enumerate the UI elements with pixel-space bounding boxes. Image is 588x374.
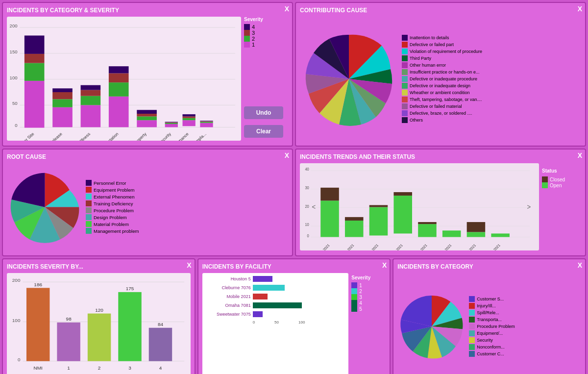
panel-title-facility: INCIDENTS BY FACILITY [202,263,386,270]
svg-rect-82 [491,233,510,237]
legend-def-material: Defective or failed material [402,103,482,109]
facility-mobile: Mobile 2021 [206,294,345,299]
close-btn-incidents-category[interactable]: X [285,5,289,13]
trends-content: 40 30 20 10 0 < > [300,163,581,250]
legend-training: Training Deficiency [86,200,139,206]
legend-color-external [86,194,92,199]
legend-inattention: Inattention to details [402,35,482,41]
svg-rect-74 [418,224,437,237]
svg-rect-75 [418,222,437,224]
legend-violation: Violation of requirement of procedure [402,49,482,54]
svg-text:186: 186 [34,282,42,287]
svg-rect-10 [24,81,45,128]
svg-rect-21 [81,96,101,105]
legend-material: Material Problem [86,221,139,227]
svg-text:3: 3 [128,365,131,371]
facility-name-cleburne: Cleburne 7076 [206,285,253,290]
legend-sev-3: 3 [351,294,386,300]
facility-severity-legend: Severity 1 2 3 4 [351,273,386,374]
facility-bar-cleburne [253,285,285,291]
svg-text:200: 200 [12,277,21,283]
legend-item-s4: 4 [244,24,288,30]
legend-third-party: Third Party [402,55,482,61]
svg-text:<: < [312,203,316,211]
legend-color-s1 [244,42,250,48]
legend-others: Others [402,117,482,123]
facility-bar-houston [253,276,272,282]
svg-text:Equipment/Property: Equipment/Property [117,131,148,141]
legend-color-def-procedure [402,76,408,82]
svg-text:0: 0 [15,124,17,128]
severity-chart-area: 200 100 0 186 NMI 98 1 [7,273,191,374]
legend-color-insufficient [402,69,408,75]
legend-sev-4: 4 [351,300,386,306]
legend-personnel-error: Personnel Error [86,180,139,186]
svg-rect-13 [24,36,45,54]
facility-bars: Houston 5 Cleburne 7076 Mobile 2021 [202,273,349,374]
legend-color-personnel [86,180,92,186]
legend-color-theft [402,97,408,102]
svg-rect-38 [165,122,178,123]
svg-text:20: 20 [305,204,309,208]
svg-rect-20 [81,105,101,127]
svg-rect-93 [57,323,80,361]
legend-color-design [86,214,92,220]
panel-root-cause: ROOT CAUSE X Personn [2,149,293,256]
legend-human-error: Other human error [402,62,482,68]
close-btn-root-cause[interactable]: X [285,151,289,159]
legend-color-def-braze [402,110,408,116]
facility-name-houston: Houston 5 [206,276,253,281]
svg-rect-62 [320,200,339,237]
panel-incidents-category: INCIDENTS BY CATEGORY & SEVERITY X 200 1… [2,2,293,147]
facility-cleburne: Cleburne 7076 [206,285,345,291]
svg-rect-48 [200,121,213,121]
legend-design: Design Problem [86,214,139,220]
status-legend: Status Closed Open [542,163,581,250]
close-btn-contributing-cause[interactable]: X [578,5,582,13]
svg-rect-18 [52,88,73,92]
legend-cat-transport: Transporta... [469,317,515,323]
svg-text:98: 98 [66,316,72,322]
legend-cat-nonconform: Nonconform... [469,344,515,350]
clear-button[interactable]: Clear [244,125,283,138]
facility-name-mobile: Mobile 2021 [206,294,253,299]
svg-text:Jul 2021: Jul 2021 [465,243,477,250]
close-btn-by-category[interactable]: X [578,261,582,269]
svg-text:Jan 2021: Jan 2021 [318,243,331,250]
close-btn-severity[interactable]: X [187,261,191,269]
svg-rect-79 [467,232,486,237]
svg-rect-35 [165,124,178,127]
legend-item-s2: 2 [244,36,288,42]
svg-rect-12 [24,54,45,63]
svg-rect-27 [109,74,129,83]
close-btn-facility[interactable]: X [382,261,387,269]
undo-button[interactable]: Undo [244,106,283,119]
svg-text:Security: Security [157,131,172,141]
svg-text:120: 120 [95,307,103,313]
svg-text:50: 50 [12,101,18,106]
legend-color-management [86,228,92,234]
contributing-cause-content: Inattention to details Defective or fail… [300,17,581,141]
legend-color-equipment [86,187,92,193]
svg-rect-25 [109,97,129,127]
svg-text:Mar 2021: Mar 2021 [366,243,379,250]
svg-rect-46 [200,122,213,123]
svg-rect-69 [369,205,388,207]
facility-name-sweetwater: Sweetwater 7075 [206,312,253,317]
panel-title-root-cause: ROOT CAUSE [7,153,288,160]
category-sidebar: Severity 4 3 2 1 [244,17,288,141]
legend-color-s4 [244,24,250,30]
legend-external-phenomen: External Phenomen [86,194,139,199]
svg-text:>: > [527,203,531,211]
severity-legend: Severity 4 3 2 1 [244,17,288,48]
legend-def-design: Defective or inadequate design [402,83,482,89]
status-legend-label: Status [542,168,581,174]
legend-color-defective-part [402,42,408,48]
panel-incidents-severity: INCIDENTS SEVERITY BY... X 200 100 0 186… [2,258,196,374]
legend-cat-spill: Spill/Rele... [469,310,515,316]
svg-rect-15 [52,107,73,127]
close-btn-trends[interactable]: X [578,151,582,159]
legend-open: Open [542,182,581,188]
svg-rect-99 [118,292,141,361]
svg-rect-45 [200,123,213,127]
